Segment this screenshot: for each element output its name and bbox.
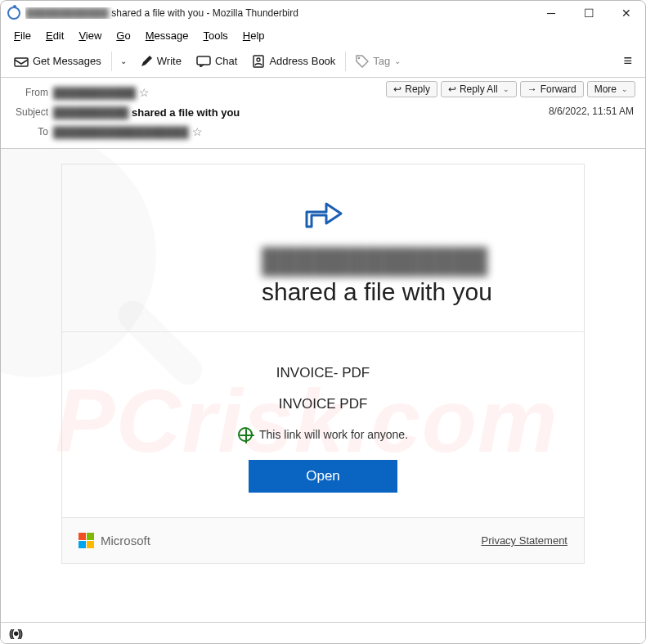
menu-tools[interactable]: Tools	[198, 28, 232, 43]
subject-label: Subject	[11, 106, 53, 118]
share-headline: █████████████ shared a file with you	[147, 245, 499, 307]
main-toolbar: Get Messages ⌄ Write Chat Address Book T…	[1, 45, 645, 78]
svg-point-3	[257, 58, 260, 61]
get-messages-button[interactable]: Get Messages	[7, 52, 108, 70]
address-book-icon	[252, 55, 265, 68]
menu-go[interactable]: Go	[111, 28, 135, 43]
close-button[interactable]: ✕	[608, 1, 645, 25]
reply-button[interactable]: ↩ Reply	[386, 81, 437, 97]
file-name-2: INVOICE PDF	[79, 396, 567, 412]
to-label: To	[11, 126, 53, 137]
svg-point-4	[358, 56, 361, 59]
menu-message[interactable]: Message	[141, 28, 194, 43]
menu-help[interactable]: Help	[238, 28, 270, 43]
star-icon[interactable]: ☆	[139, 86, 150, 99]
more-button[interactable]: More⌄	[587, 81, 635, 97]
chat-icon	[196, 56, 211, 67]
file-name-1: INVOICE- PDF	[79, 365, 567, 381]
message-datetime: 8/6/2022, 11:51 AM	[549, 106, 634, 117]
chat-button[interactable]: Chat	[190, 52, 244, 70]
separator	[345, 52, 346, 71]
minimize-button[interactable]: ─	[532, 1, 570, 25]
open-button[interactable]: Open	[249, 460, 397, 493]
address-book-button[interactable]: Address Book	[245, 52, 342, 71]
menu-bar: File Edit View Go Message Tools Help	[1, 25, 645, 45]
svg-rect-1	[197, 56, 210, 65]
message-body: █████████████ shared a file with you INV…	[1, 149, 645, 622]
star-icon[interactable]: ☆	[192, 125, 203, 138]
window-title: ████████████ shared a file with you - Mo…	[25, 7, 532, 19]
status-bar: ((●))	[1, 622, 645, 643]
microsoft-logo-icon	[79, 533, 94, 548]
menu-edit[interactable]: Edit	[41, 28, 69, 43]
to-value[interactable]: ██████████████████ ☆	[53, 125, 203, 138]
microsoft-logo: Microsoft	[79, 533, 150, 548]
reply-all-button[interactable]: ↩ Reply All⌄	[441, 81, 517, 97]
subject-value: ██████████ shared a file with you	[53, 106, 240, 119]
tag-button[interactable]: Tag ⌄	[349, 52, 407, 71]
app-menu-button[interactable]: ≡	[617, 49, 639, 73]
svg-rect-0	[15, 58, 28, 66]
forward-button[interactable]: → Forward	[520, 81, 584, 97]
inbox-icon	[14, 56, 29, 67]
connection-indicator-icon: ((●))	[9, 627, 21, 639]
tag-icon	[356, 55, 369, 68]
menu-file[interactable]: File	[9, 28, 36, 43]
separator	[111, 52, 112, 71]
maximize-button[interactable]: ☐	[570, 1, 608, 25]
menu-view[interactable]: View	[74, 28, 106, 43]
share-card: █████████████ shared a file with you INV…	[61, 164, 585, 564]
from-label: From	[11, 87, 53, 98]
get-messages-dropdown[interactable]: ⌄	[115, 53, 132, 69]
pencil-icon	[140, 55, 153, 68]
write-button[interactable]: Write	[133, 52, 188, 71]
window-titlebar: ████████████ shared a file with you - Mo…	[1, 1, 645, 25]
from-value[interactable]: ███████████ ☆	[53, 86, 150, 99]
message-headers: ↩ Reply ↩ Reply All⌄ → Forward More⌄ Fro…	[1, 78, 645, 149]
privacy-link[interactable]: Privacy Statement	[482, 534, 568, 547]
link-scope-note: This link will work for anyone.	[79, 427, 567, 442]
app-icon	[7, 7, 20, 20]
share-icon	[302, 192, 344, 234]
globe-icon	[238, 427, 253, 442]
